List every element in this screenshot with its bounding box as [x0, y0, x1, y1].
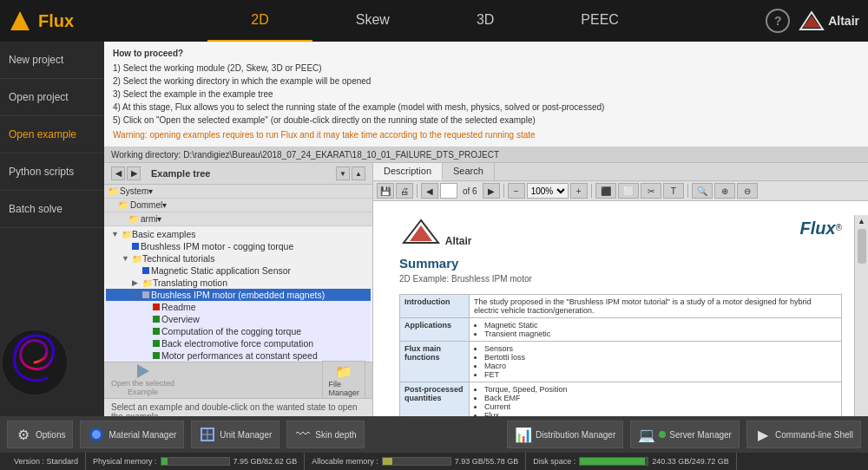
physical-memory-label: Physical memory :	[93, 457, 157, 466]
zoom-minus-btn[interactable]: ⊖	[737, 183, 758, 199]
disk-value: 240.33 GB/249.72 GB	[652, 457, 729, 466]
tree-node-brushless-ipm[interactable]: ▼ Brushless IPM motor (embedded magnets)	[106, 289, 371, 301]
status-disk: Disk space : 240.33 GB/249.72 GB	[526, 453, 737, 470]
material-label: Material Manager	[108, 430, 176, 440]
tree-node-brushless-cogging[interactable]: Brushless IPM motor - cogging torque	[106, 240, 371, 252]
skin-depth-button[interactable]: 〰 Skin depth	[286, 421, 364, 448]
toolbar-sep3	[591, 184, 592, 198]
open-selected-button[interactable]: Open the selected Example	[111, 364, 174, 397]
flux-logo-text: Flux	[38, 11, 74, 31]
disk-fill	[580, 458, 645, 465]
status-allocable-memory: Allocable memory : 7.93 GB/55.78 GB	[305, 453, 526, 470]
physical-memory-value: 7.95 GB/82.62 GB	[233, 457, 298, 466]
flux-logo: Flux	[9, 10, 74, 32]
distribution-manager-button[interactable]: 📊 Distribution Manager	[507, 421, 623, 448]
unit-icon	[199, 426, 216, 443]
physical-memory-bar	[161, 457, 230, 466]
scroll-track	[858, 225, 866, 425]
server-status-indicator	[659, 431, 666, 438]
tab-description[interactable]: Description	[373, 163, 443, 180]
skin-depth-label: Skin depth	[315, 430, 356, 440]
status-bar: Version : Standard Physical memory : 7.9…	[0, 453, 868, 470]
tree-fwd-btn[interactable]: ▶	[127, 166, 141, 180]
tab-peec[interactable]: PEEC	[537, 0, 662, 42]
scroll-thumb[interactable]	[858, 229, 866, 264]
taskbar: ⚙ Options Material Manager Unit Manager …	[0, 416, 868, 453]
scroll-up-btn[interactable]: ▲	[858, 217, 865, 225]
altair-icon	[799, 10, 825, 31]
header: Flux 2D Skew 3D PEEC ? Altair	[0, 0, 868, 42]
sidebar-item-open-project[interactable]: Open project	[0, 79, 104, 116]
table-row-flux-functions: Flux main functions Sensors Bertotti los…	[400, 342, 842, 382]
tree-node-back-emf[interactable]: Back electromotive force computation	[106, 337, 371, 349]
sidebar-item-open-example[interactable]: Open example	[0, 116, 104, 153]
tree-header-label: Example tree	[151, 168, 210, 179]
fit-width-btn[interactable]: ⬛	[595, 183, 616, 199]
right-scrollbar[interactable]: ▲ ▼	[854, 215, 868, 425]
file-manager-label: FileManager	[328, 380, 359, 397]
zoom-out-btn[interactable]: −	[508, 183, 525, 199]
sidebar-item-batch-solve[interactable]: Batch solve	[0, 191, 104, 228]
next-page-btn[interactable]: ▶	[483, 183, 500, 199]
file-manager-button[interactable]: 📁 FileManager	[322, 361, 365, 400]
zoom-in-btn[interactable]: +	[570, 183, 588, 199]
zoom-plus-btn[interactable]: ⊕	[714, 183, 735, 199]
sidebar-item-python-scripts[interactable]: Python scripts	[0, 153, 104, 191]
select-text-btn[interactable]: T	[663, 183, 684, 199]
print-btn[interactable]: 🖨	[396, 183, 413, 199]
bottom-action: Open the selected Example 📁 FileManager	[104, 362, 372, 398]
applications-value: Magnetic Static Transient magnetic	[470, 318, 842, 342]
dommel-node[interactable]: 📁 Dommel▾	[104, 199, 372, 212]
armi-node[interactable]: 📁 armi▾	[104, 212, 372, 226]
tree-node-translating[interactable]: ▶ 📁 Translating motion	[106, 277, 371, 289]
description-toolbar: 💾 🖨 ◀ 1 of 6 ▶ − 100% 75% 150% + ⬛ ⬜ ✂	[373, 181, 868, 201]
sidebar-item-new-project[interactable]: New project	[0, 42, 104, 79]
server-icon: 💻	[638, 426, 655, 443]
tree-collapse-btn[interactable]: ▼	[336, 166, 350, 180]
system-node: 📁 System▾	[104, 185, 372, 199]
zoom-rect-btn[interactable]: 🔍	[692, 183, 713, 199]
physical-memory-fill	[161, 458, 168, 465]
tree-node-cogging[interactable]: Computation of the cogging torque	[106, 325, 371, 337]
toolbar-sep2	[503, 184, 504, 198]
page-number-input[interactable]: 1	[440, 183, 457, 199]
right-panel: Description Search 💾 🖨 ◀ 1 of 6 ▶ − 100%…	[373, 163, 868, 425]
tree-header-actions: ▼ ▲	[336, 166, 365, 180]
allocable-memory-value: 7.93 GB/55.78 GB	[455, 457, 519, 466]
tree-node-overview[interactable]: Overview	[106, 313, 371, 325]
tree-content[interactable]: ▼ 📁 Basic examples Brushless IPM motor -…	[104, 226, 372, 362]
applications-label: Applications	[400, 318, 470, 342]
options-label: Options	[36, 430, 65, 440]
prev-page-btn[interactable]: ◀	[421, 183, 438, 199]
tree-back-btn[interactable]: ◀	[111, 166, 125, 180]
tree-node-magnetic-static[interactable]: Magnetic Static application Sensor	[106, 264, 371, 277]
status-mode-text: Version : Standard	[14, 457, 78, 466]
zoom-select[interactable]: 100% 75% 150%	[527, 183, 569, 199]
options-button[interactable]: ⚙ Options	[7, 421, 73, 448]
altair-text: Altair	[828, 14, 859, 28]
help-button[interactable]: ?	[766, 9, 790, 33]
tree-node-constant-speed[interactable]: Motor performances at constant speed	[106, 349, 371, 362]
tree-expand-btn[interactable]: ▲	[352, 166, 365, 180]
tab-2d[interactable]: 2D	[207, 0, 312, 42]
server-manager-button[interactable]: 💻 Server Manager	[630, 421, 740, 448]
tab-skew[interactable]: Skew	[312, 0, 433, 42]
material-manager-button[interactable]: Material Manager	[80, 421, 184, 448]
instructions-step2: 2) Select the working directory in which…	[113, 75, 859, 88]
pdf-header: Altair Flux®	[399, 219, 842, 247]
crop-btn[interactable]: ✂	[641, 183, 661, 199]
pdf-altair-logo: Altair	[399, 219, 471, 247]
distribution-icon: 📊	[515, 426, 532, 443]
tab-3d[interactable]: 3D	[433, 0, 537, 42]
tree-panel: ◀ ▶ Example tree ▼ ▲ 📁 System▾ 📁 Dommel▾…	[104, 163, 373, 425]
save-btn[interactable]: 💾	[377, 183, 394, 199]
play-icon	[137, 364, 149, 378]
tree-node-basic[interactable]: ▼ 📁 Basic examples	[106, 228, 371, 240]
tab-search[interactable]: Search	[443, 163, 495, 180]
tree-node-technical[interactable]: ▼ 📁 Technical tutorials	[106, 252, 371, 264]
unit-manager-button[interactable]: Unit Manager	[191, 421, 279, 448]
description-content[interactable]: Altair Flux® Summary 2D Example: Brushle…	[373, 201, 868, 425]
tree-node-readme[interactable]: Readme	[106, 301, 371, 313]
fit-page-btn[interactable]: ⬜	[618, 183, 639, 199]
command-shell-button[interactable]: ▶ Command-line Shell	[746, 421, 861, 448]
